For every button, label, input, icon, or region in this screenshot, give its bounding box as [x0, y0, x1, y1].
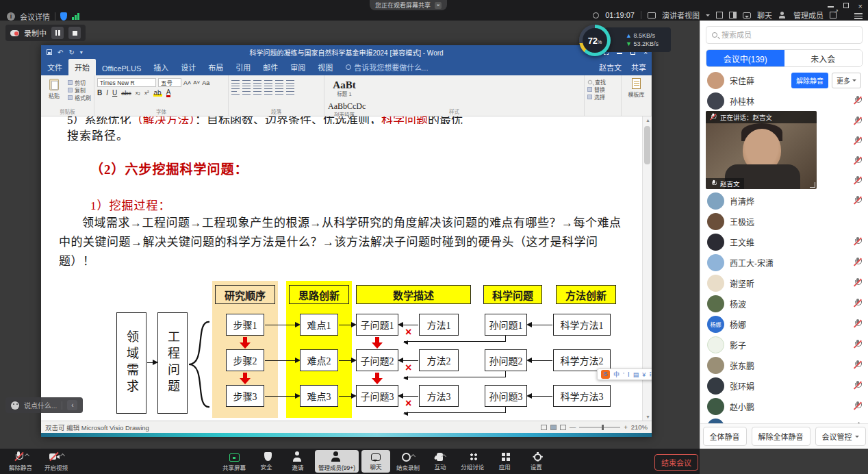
visio-diagram[interactable]: 领域需求 工程问题 研究顺序 思路创新 数学描述 科学问题 方法创新 步骤1 难… — [110, 281, 622, 418]
mic-muted-icon[interactable] — [854, 96, 861, 105]
chat-placeholder[interactable]: 说点什么... — [24, 400, 57, 410]
member-row[interactable]: 张环娟 — [700, 375, 868, 396]
close-button[interactable]: × — [858, 3, 863, 10]
mic-muted-icon[interactable] — [854, 116, 861, 126]
zoom-in-button[interactable]: + — [624, 423, 628, 431]
zoom-slider[interactable] — [579, 427, 620, 428]
template-icon[interactable] — [632, 78, 641, 89]
sogou-ime-bar[interactable]: S 中 ’ ⵏ ▤ ¥ ⠿ — [597, 369, 652, 380]
superscript-button[interactable]: x² — [144, 90, 149, 96]
mic-muted-icon[interactable] — [854, 319, 861, 329]
align-center-icon[interactable] — [242, 88, 251, 95]
underline-button[interactable]: U — [112, 89, 117, 97]
sogou-logo-icon[interactable]: S — [601, 370, 610, 379]
paragraph-buttons[interactable] — [231, 80, 321, 95]
member-row[interactable]: 肖清烨 — [700, 190, 868, 211]
mic-muted-icon[interactable] — [854, 237, 861, 247]
invite-button[interactable]: 邀请 — [283, 450, 312, 473]
format-painter-button[interactable]: 格式刷 — [68, 94, 91, 101]
tooltip-close-icon[interactable]: × — [435, 2, 442, 9]
mic-muted-icon[interactable] — [854, 401, 861, 411]
stop-record-button[interactable]: 结束录制 — [393, 450, 423, 473]
member-row[interactable]: 西工大-宋潇 — [700, 252, 868, 273]
tab-references[interactable]: 引用 — [229, 59, 257, 75]
mic-muted-icon[interactable] — [854, 360, 861, 370]
indent-decrease-icon[interactable] — [264, 80, 272, 86]
web-layout-icon[interactable] — [560, 425, 566, 430]
emoji-icon[interactable] — [11, 401, 19, 410]
strikethrough-button[interactable]: abc — [121, 90, 131, 97]
tab-in-meeting[interactable]: 会议中(139) — [706, 50, 784, 66]
pause-recording-button[interactable] — [51, 27, 64, 39]
print-layout-icon[interactable] — [550, 425, 557, 430]
cut-button[interactable]: 剪切 — [68, 79, 91, 86]
mic-muted-icon[interactable] — [854, 278, 861, 288]
menu-icon[interactable] — [854, 12, 863, 21]
mic-muted-icon[interactable] — [854, 196, 861, 205]
member-row[interactable]: 谢坚昕 — [700, 273, 868, 293]
chat-icon[interactable] — [743, 12, 751, 18]
mic-muted-icon[interactable] — [854, 340, 861, 349]
end-meeting-button[interactable]: 结束会议 — [654, 454, 698, 471]
restore-button[interactable] — [843, 3, 849, 8]
mic-muted-icon[interactable] — [854, 176, 861, 186]
apps-button[interactable]: 应用 — [490, 450, 519, 473]
bold-button[interactable]: B — [97, 89, 102, 97]
align-right-icon[interactable] — [253, 88, 261, 95]
italic-button[interactable]: I — [106, 89, 108, 97]
member-row[interactable]: 张东鹏 — [700, 355, 868, 375]
tab-view[interactable]: 视图 — [311, 59, 339, 75]
word-minimize-button[interactable] — [617, 53, 622, 53]
resize-handle[interactable] — [810, 182, 815, 188]
chat-button[interactable]: 聊天 — [361, 450, 390, 473]
find-button[interactable]: 查找 — [587, 78, 618, 86]
tab-review[interactable]: 审阅 — [284, 59, 311, 75]
manage-members-button[interactable]: 管理成员(99+) — [315, 450, 359, 473]
breakout-rooms-button[interactable]: 分组讨论 — [457, 450, 487, 473]
tab-layout[interactable]: 布局 — [202, 59, 229, 75]
chat-button[interactable]: 聊天 — [757, 10, 772, 21]
style-heading1[interactable]: AaBt标题 1 — [327, 78, 361, 98]
mic-muted-icon[interactable] — [854, 299, 861, 308]
share-screen-button[interactable]: 共享屏幕 — [219, 450, 249, 473]
mic-muted-icon[interactable] — [854, 136, 861, 146]
grow-font-icon[interactable]: A˄ — [183, 79, 191, 86]
share-button[interactable]: 共享 — [631, 62, 646, 73]
ime-symbol-icon[interactable]: ¥ — [642, 371, 646, 378]
sort-icon[interactable] — [286, 80, 294, 86]
highlight-button[interactable]: ab — [153, 89, 162, 97]
tab-home[interactable]: 开始 — [68, 59, 96, 75]
member-row[interactable]: 王文维 — [700, 232, 868, 252]
shading-icon[interactable] — [286, 88, 294, 95]
font-color-button[interactable]: A — [166, 89, 171, 97]
line-spacing-icon[interactable] — [275, 88, 283, 95]
chat-quick-input[interactable]: 说点什么... ‹ — [5, 397, 83, 413]
tab-not-joined[interactable]: 未入会 — [784, 50, 863, 66]
security-button[interactable]: 安全 — [252, 450, 281, 473]
network-signal-icon[interactable] — [72, 13, 79, 20]
search-input[interactable] — [722, 31, 838, 39]
read-mode-icon[interactable] — [541, 425, 547, 430]
indent-increase-icon[interactable] — [275, 80, 283, 86]
more-button[interactable]: 更多 — [832, 73, 861, 88]
document-page[interactable]: 5）系统优化（解决方法）：目标函数、边界条件、优选准则，科学问题的最优 搜索路径… — [41, 116, 642, 421]
bullet-list-icon[interactable] — [231, 80, 240, 86]
collapse-chat-icon[interactable]: ‹ — [67, 400, 77, 410]
minimize-button[interactable] — [828, 6, 834, 8]
mute-all-button[interactable]: 全体静音 — [703, 427, 747, 446]
mic-muted-icon[interactable] — [854, 381, 861, 390]
layout-toggle-icon[interactable] — [729, 12, 737, 18]
tell-me-box[interactable]: 告诉我您想要做什么... — [346, 62, 428, 75]
justify-icon[interactable] — [264, 88, 272, 95]
select-button[interactable]: 选择 — [587, 93, 618, 101]
tab-design[interactable]: 设计 — [175, 59, 202, 75]
subscript-button[interactable]: x₂ — [136, 90, 140, 96]
caret-icon[interactable] — [24, 453, 29, 458]
security-shield-icon[interactable] — [60, 12, 67, 21]
ime-keyboard-icon[interactable]: ▤ — [633, 371, 639, 378]
tab-mailings[interactable]: 邮件 — [257, 59, 284, 75]
member-search[interactable] — [706, 26, 863, 44]
ime-punct-icon[interactable]: ’ — [623, 371, 624, 378]
ime-mic-icon[interactable]: ⵏ — [628, 371, 630, 378]
caret-icon[interactable] — [411, 453, 416, 458]
